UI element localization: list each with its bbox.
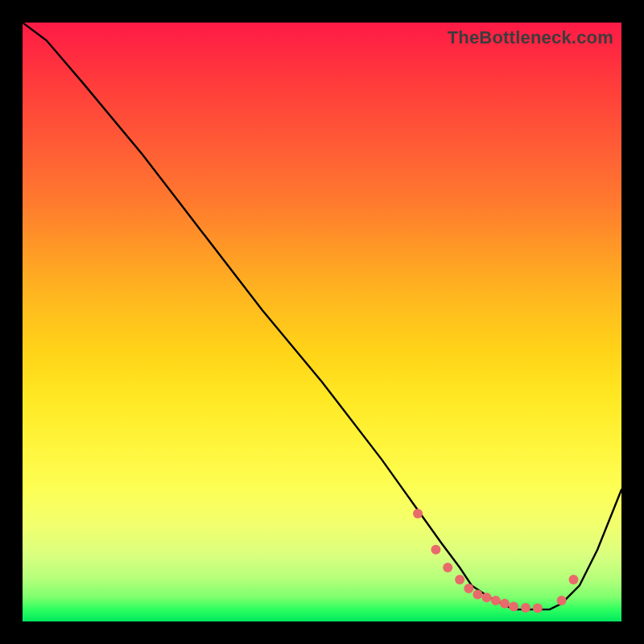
curve-line bbox=[23, 23, 621, 609]
marker-group bbox=[413, 509, 579, 613]
marker-dot bbox=[557, 596, 567, 605]
marker-dot bbox=[455, 575, 464, 584]
marker-dot bbox=[413, 509, 423, 518]
marker-dot bbox=[509, 601, 518, 611]
marker-dot bbox=[431, 545, 440, 555]
marker-dot bbox=[491, 596, 501, 605]
marker-dot bbox=[482, 592, 492, 602]
plot-area: TheBottleneck.com bbox=[23, 23, 621, 621]
marker-dot bbox=[443, 563, 452, 572]
marker-dot bbox=[533, 604, 543, 613]
marker-dot bbox=[473, 590, 482, 600]
marker-dot bbox=[521, 603, 530, 613]
chart-frame: TheBottleneck.com bbox=[0, 0, 644, 644]
marker-dot bbox=[569, 575, 579, 584]
marker-dot bbox=[464, 584, 473, 593]
chart-svg bbox=[23, 23, 621, 621]
marker-dot bbox=[500, 599, 510, 609]
